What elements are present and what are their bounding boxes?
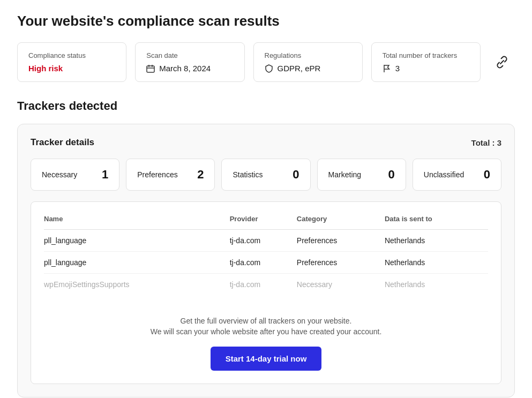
total-trackers-text: 3 [395,64,400,73]
copy-link-button[interactable] [489,49,515,75]
row-destination: Netherlands [385,230,488,252]
table-row: pll_language tj-da.com Preferences Nethe… [44,230,488,252]
row-category: Necessary [297,274,385,296]
category-statistics-count: 0 [293,168,299,182]
table-row: pll_language tj-da.com Preferences Nethe… [44,252,488,274]
page-title: Your website's compliance scan results [17,13,515,29]
total-count: 3 [497,138,501,147]
regulations-text: GDPR, ePR [278,64,321,73]
row-name: pll_language [44,230,230,252]
category-preferences-count: 2 [197,168,204,182]
cta-line1: Get the full overview of all trackers on… [44,317,488,325]
col-destination: Data is sent to [385,211,488,230]
summary-cards: Compliance status High risk Scan date Ma… [17,42,515,82]
row-provider: tj-da.com [230,252,297,274]
regulations-label: Regulations [265,51,351,59]
scan-date-card: Scan date March 8, 2024 [135,42,244,82]
cta-section: Get the full overview of all trackers on… [44,308,488,371]
category-necessary[interactable]: Necessary 1 [31,159,119,191]
row-provider: tj-da.com [230,230,297,252]
total-trackers-value: 3 [383,64,469,73]
row-destination: Netherlands [385,252,488,274]
row-destination: Netherlands [385,274,488,296]
total-trackers-label: Total number of trackers [383,51,469,59]
category-unclassified[interactable]: Unclassified 0 [413,159,501,191]
compliance-status-card: Compliance status High risk [17,42,126,82]
category-preferences-label: Preferences [137,170,177,179]
category-cards: Necessary 1 Preferences 2 Statistics 0 M… [31,159,501,191]
category-marketing[interactable]: Marketing 0 [317,159,406,191]
category-marketing-count: 0 [388,168,395,182]
tracker-total: Total : 3 [471,138,501,147]
row-provider: tj-da.com [230,274,297,296]
shield-icon [265,64,273,73]
tracker-table: Name Provider Category Data is sent to p… [44,211,488,295]
start-trial-button[interactable]: Start 14-day trial now [211,347,322,371]
category-statistics-label: Statistics [233,170,263,179]
scan-date-value: March 8, 2024 [146,64,233,73]
col-provider: Provider [230,211,297,230]
category-statistics[interactable]: Statistics 0 [221,159,310,191]
category-necessary-count: 1 [102,168,108,182]
link-icon [493,54,511,71]
flag-icon [383,64,391,73]
row-name: wpEmojiSettingsSupports [44,274,230,296]
table-row: wpEmojiSettingsSupports tj-da.com Necess… [44,274,488,296]
category-marketing-label: Marketing [328,170,361,179]
tracker-panel-title: Tracker details [31,137,94,148]
row-category: Preferences [297,252,385,274]
row-name: pll_language [44,252,230,274]
compliance-status-value: High risk [28,64,115,73]
total-label: Total : [471,138,495,147]
svg-rect-0 [147,66,154,72]
trackers-section-title: Trackers detected [17,99,515,113]
scan-date-label: Scan date [146,51,233,59]
col-category: Category [297,211,385,230]
cta-line2: We will scan your whole website after yo… [44,327,488,336]
category-unclassified-label: Unclassified [424,170,464,179]
tracker-panel: Tracker details Total : 3 Necessary 1 Pr… [17,124,515,397]
col-name: Name [44,211,230,230]
calendar-icon [146,64,155,73]
tracker-table-wrapper: Name Provider Category Data is sent to p… [31,201,501,384]
category-unclassified-count: 0 [484,168,490,182]
total-trackers-card: Total number of trackers 3 [371,42,481,82]
scan-date-text: March 8, 2024 [159,64,211,73]
regulations-value: GDPR, ePR [265,64,351,73]
compliance-status-label: Compliance status [28,51,115,59]
row-category: Preferences [297,230,385,252]
tracker-panel-header: Tracker details Total : 3 [31,137,501,148]
category-preferences[interactable]: Preferences 2 [126,159,215,191]
regulations-card: Regulations GDPR, ePR [253,42,363,82]
category-necessary-label: Necessary [42,170,77,179]
